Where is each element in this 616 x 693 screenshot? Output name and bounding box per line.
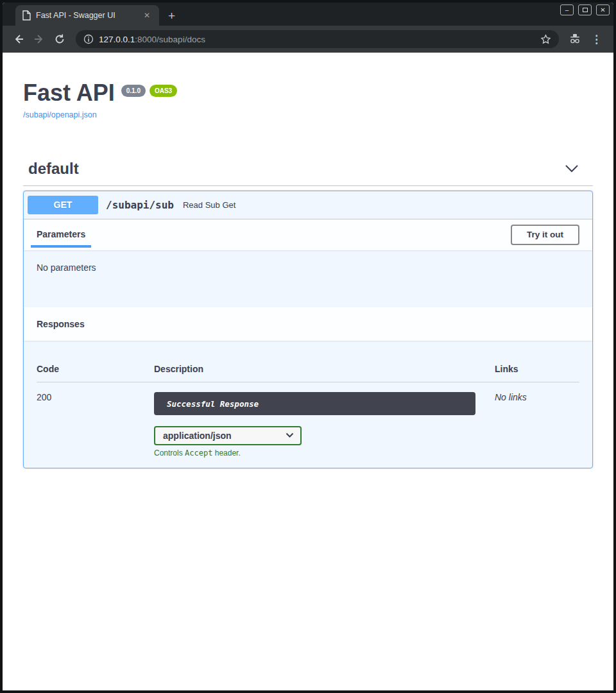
close-button[interactable]: ✕ (596, 4, 610, 15)
oas-badge: OAS3 (150, 85, 177, 97)
operation-path: /subapi/sub (106, 199, 174, 211)
browser-titlebar: Fast API - Swagger UI ✕ + – ✕ (3, 3, 613, 26)
browser-toolbar: 127.0.0.1:8000/subapi/docs ⋮ (3, 26, 613, 53)
page-title: Fast API (23, 81, 115, 105)
select-chevron-down-icon (286, 432, 294, 438)
accept-note-suffix: header. (212, 449, 240, 458)
media-type-value: application/json (163, 431, 232, 441)
response-description-cell: Successful Response application/json Con… (154, 382, 495, 458)
chevron-down-icon[interactable] (565, 164, 579, 173)
tag-name: default (28, 160, 79, 178)
response-code: 200 (37, 382, 154, 458)
browser-menu-icon[interactable]: ⋮ (587, 33, 606, 46)
column-header-code: Code (37, 352, 154, 382)
swagger-page: Fast API 0.1.0 OAS3 /subapi/openapi.json… (3, 53, 613, 690)
parameters-body: No parameters (24, 250, 592, 307)
column-header-links: Links (495, 352, 579, 382)
no-parameters-text: No parameters (37, 262, 96, 273)
maximize-icon (583, 8, 588, 12)
opblock-get-subapi-sub: GET /subapi/sub Read Sub Get Parameters … (23, 191, 593, 468)
method-badge: GET (28, 196, 98, 214)
responses-table: Code Description Links 200 Successful Re… (37, 352, 579, 458)
tag-section-header[interactable]: default (23, 156, 593, 186)
accept-note-code: Accept (185, 449, 212, 458)
response-description-text: Successful Response (167, 399, 259, 409)
responses-header: Responses (24, 307, 592, 341)
try-it-out-button[interactable]: Try it out (511, 225, 579, 245)
tab-close-icon[interactable]: ✕ (141, 10, 153, 21)
response-description-box: Successful Response (154, 392, 475, 415)
incognito-icon (567, 31, 583, 47)
new-tab-button[interactable]: + (168, 10, 175, 22)
column-header-description: Description (154, 352, 495, 382)
media-type-select[interactable]: application/json (154, 426, 302, 445)
forward-icon[interactable] (31, 31, 47, 47)
parameters-header: Parameters Try it out (24, 219, 592, 250)
browser-tab[interactable]: Fast API - Swagger UI ✕ (15, 5, 159, 26)
accept-note-prefix: Controls (154, 449, 185, 458)
response-links: No links (495, 382, 579, 458)
site-info-icon[interactable] (83, 34, 94, 44)
bookmark-star-icon[interactable] (540, 34, 551, 45)
maximize-button[interactable] (578, 4, 592, 15)
reload-icon[interactable] (51, 31, 68, 47)
address-bar[interactable]: 127.0.0.1:8000/subapi/docs (76, 30, 559, 48)
minimize-button[interactable]: – (560, 4, 574, 15)
url-host: 127.0.0.1 (99, 35, 135, 44)
responses-body: Code Description Links 200 Successful Re… (24, 341, 592, 468)
back-icon[interactable] (10, 31, 27, 47)
browser-window: Fast API - Swagger UI ✕ + – ✕ 127.0.0.1:… (0, 0, 616, 693)
accept-header-note: Controls Accept header. (154, 449, 495, 458)
responses-title: Responses (37, 319, 85, 329)
version-badge: 0.1.0 (121, 85, 146, 97)
url-path: :8000/subapi/docs (135, 35, 205, 44)
url-text: 127.0.0.1:8000/subapi/docs (99, 35, 535, 44)
page-favicon-document-icon (22, 10, 31, 21)
window-controls: – ✕ (560, 4, 610, 15)
operation-description: Read Sub Get (183, 200, 235, 210)
openapi-spec-link[interactable]: /subapi/openapi.json (23, 110, 97, 119)
operation-summary[interactable]: GET /subapi/sub Read Sub Get (24, 191, 592, 219)
api-info: Fast API 0.1.0 OAS3 (23, 81, 593, 105)
tab-title: Fast API - Swagger UI (36, 11, 136, 20)
badges: 0.1.0 OAS3 (121, 85, 177, 97)
tab-parameters[interactable]: Parameters (37, 229, 85, 241)
